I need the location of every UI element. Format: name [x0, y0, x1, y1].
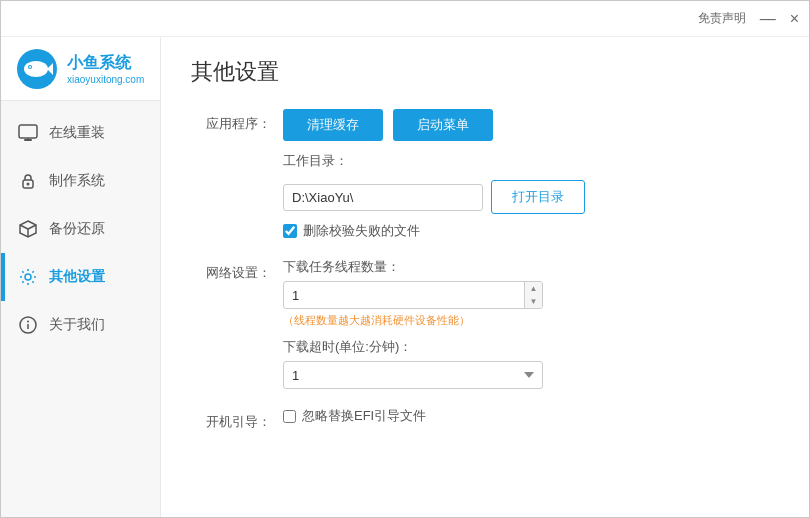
sidebar: 小鱼系统 xiaoyuxitong.com 在线重装 [1, 37, 161, 517]
svg-line-11 [20, 225, 28, 229]
startup-section-label: 开机引导： [191, 407, 271, 431]
sidebar-label-about-us: 关于我们 [49, 316, 105, 334]
thread-spinbox: ▲ ▼ [283, 281, 543, 309]
gear-icon [17, 266, 39, 288]
titlebar: 免责声明 — × [1, 1, 809, 37]
svg-point-14 [25, 274, 31, 280]
main-layout: 小鱼系统 xiaoyuxitong.com 在线重装 [1, 37, 809, 517]
ignore-efi-checkbox[interactable] [283, 410, 296, 423]
info-icon [17, 314, 39, 336]
app-section: 应用程序： 清理缓存 启动菜单 工作目录： 打开目录 删 [191, 109, 779, 240]
startup-section-content: 忽略替换EFI引导文件 [283, 407, 779, 425]
spinbox-down-button[interactable]: ▼ [525, 295, 542, 308]
content-area: 其他设置 应用程序： 清理缓存 启动菜单 工作目录： 打开目录 [161, 37, 809, 517]
delete-files-label: 删除校验失败的文件 [303, 222, 420, 240]
svg-point-4 [29, 66, 31, 68]
timeout-dropdown-row: 1 2 3 5 10 [283, 361, 779, 389]
sidebar-label-online-reinstall: 在线重装 [49, 124, 105, 142]
logo-icon [15, 47, 59, 91]
timeout-select[interactable]: 1 2 3 5 10 [283, 361, 543, 389]
sidebar-item-make-system[interactable]: 制作系统 [1, 157, 160, 205]
spinbox-arrows: ▲ ▼ [524, 282, 542, 308]
network-section: 网络设置： 下载任务线程数量： ▲ ▼ （线程数量越大越消耗硬件设备性能） [191, 258, 779, 389]
sidebar-item-about-us[interactable]: 关于我们 [1, 301, 160, 349]
app-section-content: 清理缓存 启动菜单 工作目录： 打开目录 删除校验失败的文件 [283, 109, 779, 240]
spinbox-up-button[interactable]: ▲ [525, 282, 542, 295]
minimize-button[interactable]: — [760, 11, 776, 27]
lock-icon [17, 170, 39, 192]
sidebar-item-other-settings[interactable]: 其他设置 [1, 253, 160, 301]
svg-point-9 [27, 183, 30, 186]
startup-section: 开机引导： 忽略替换EFI引导文件 [191, 407, 779, 431]
svg-point-1 [24, 61, 48, 77]
workdir-row: 打开目录 [283, 180, 779, 214]
thread-hint-text: （线程数量越大越消耗硬件设备性能） [283, 313, 779, 328]
app-btn-group: 清理缓存 启动菜单 [283, 109, 779, 141]
sidebar-item-backup-restore[interactable]: 备份还原 [1, 205, 160, 253]
logo-subtitle: xiaoyuxitong.com [67, 74, 144, 85]
sidebar-item-online-reinstall[interactable]: 在线重装 [1, 109, 160, 157]
delete-files-row: 删除校验失败的文件 [283, 222, 779, 240]
delete-failed-files-checkbox[interactable] [283, 224, 297, 238]
monitor-icon [17, 122, 39, 144]
logo-area: 小鱼系统 xiaoyuxitong.com [1, 37, 160, 101]
network-section-label: 网络设置： [191, 258, 271, 282]
ignore-efi-label: 忽略替换EFI引导文件 [302, 407, 426, 425]
disclaimer-link[interactable]: 免责声明 [698, 10, 746, 27]
ignore-efi-row: 忽略替换EFI引导文件 [283, 407, 779, 425]
clear-cache-button[interactable]: 清理缓存 [283, 109, 383, 141]
close-button[interactable]: × [790, 11, 799, 27]
workdir-input[interactable] [283, 184, 483, 211]
svg-line-12 [28, 225, 36, 229]
svg-point-17 [27, 321, 29, 323]
page-title: 其他设置 [191, 57, 779, 87]
thread-count-label: 下载任务线程数量： [283, 258, 779, 276]
app-section-label: 应用程序： [191, 109, 271, 133]
sidebar-label-backup-restore: 备份还原 [49, 220, 105, 238]
main-window: 免责声明 — × 小鱼系统 [0, 0, 810, 518]
network-section-content: 下载任务线程数量： ▲ ▼ （线程数量越大越消耗硬件设备性能） 下载超时(单位:… [283, 258, 779, 389]
workdir-label: 工作目录： [283, 153, 348, 168]
logo-text: 小鱼系统 xiaoyuxitong.com [67, 53, 144, 85]
svg-rect-6 [24, 139, 32, 141]
thread-count-input[interactable] [284, 288, 524, 303]
sidebar-nav: 在线重装 制作系统 [1, 101, 160, 349]
svg-rect-5 [19, 125, 37, 138]
timeout-label: 下载超时(单位:分钟)： [283, 338, 779, 356]
start-menu-button[interactable]: 启动菜单 [393, 109, 493, 141]
open-dir-button[interactable]: 打开目录 [491, 180, 585, 214]
sidebar-label-other-settings: 其他设置 [49, 268, 105, 286]
logo-title: 小鱼系统 [67, 53, 144, 74]
sidebar-label-make-system: 制作系统 [49, 172, 105, 190]
thread-spinbox-row: ▲ ▼ [283, 281, 779, 309]
titlebar-controls: 免责声明 — × [698, 10, 799, 27]
box-icon [17, 218, 39, 240]
